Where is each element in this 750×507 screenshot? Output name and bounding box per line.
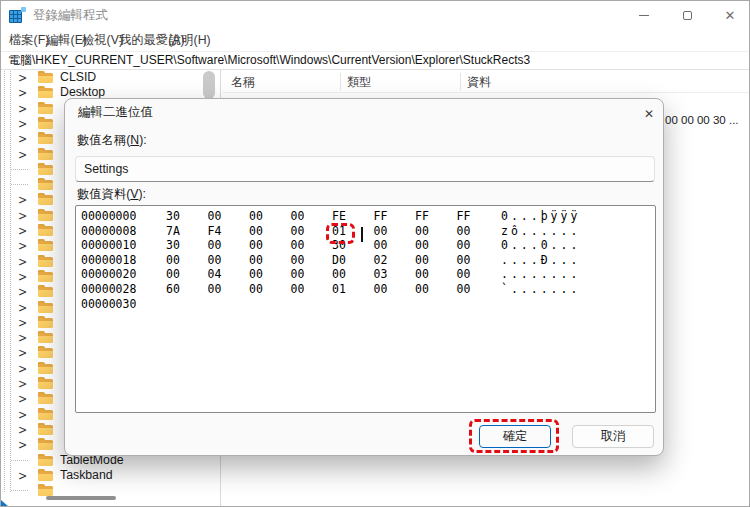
menu-bar: 檔案(F) 編輯(E) 檢視(V) 我的最愛(A) 說明(H) bbox=[1, 29, 750, 51]
folder-icon bbox=[38, 178, 53, 190]
column-header-data[interactable]: 資料 bbox=[467, 72, 491, 92]
minimize-icon bbox=[639, 15, 649, 16]
hex-offset: 00000010 bbox=[76, 238, 166, 253]
maximize-button[interactable] bbox=[673, 1, 701, 29]
tree-row[interactable]: >CLSID bbox=[1, 70, 219, 85]
folder-icon bbox=[38, 377, 53, 389]
chevron-right-icon[interactable]: > bbox=[18, 237, 27, 254]
folder-icon bbox=[38, 86, 53, 98]
minimize-button[interactable] bbox=[630, 1, 658, 29]
hex-byte: 00 bbox=[457, 267, 499, 282]
folder-icon bbox=[38, 224, 53, 236]
hex-byte: 00 bbox=[415, 282, 457, 297]
edit-binary-value-dialog: 編輯二進位值 ✕ 數值名稱(N): Settings 數值資料(V): 0000… bbox=[64, 98, 664, 456]
title-bar: 登錄編輯程式 ✕ bbox=[1, 1, 750, 29]
chevron-right-icon[interactable]: > bbox=[18, 283, 27, 300]
hex-byte: 04 bbox=[208, 267, 250, 282]
ok-button[interactable]: 確定 bbox=[479, 425, 551, 448]
folder-icon bbox=[38, 102, 53, 114]
folder-icon bbox=[38, 209, 53, 221]
hex-byte: F4 bbox=[208, 224, 250, 239]
address-bar[interactable]: 電腦\HKEY_CURRENT_USER\Software\Microsoft\… bbox=[1, 51, 750, 70]
folder-icon bbox=[38, 285, 53, 297]
hex-ascii: zô...... bbox=[501, 224, 580, 239]
chevron-right-icon[interactable]: > bbox=[18, 436, 27, 453]
hex-byte: 00 bbox=[291, 282, 333, 297]
hex-offset: 00000008 bbox=[76, 224, 166, 239]
close-icon: ✕ bbox=[644, 107, 654, 121]
hex-row: 000000200004000000030000........ bbox=[76, 267, 655, 282]
close-button[interactable]: ✕ bbox=[716, 1, 744, 29]
hex-byte: 00 bbox=[249, 267, 291, 282]
chevron-right-icon[interactable]: > bbox=[18, 390, 27, 407]
header-underline bbox=[223, 92, 750, 93]
folder-icon bbox=[38, 454, 53, 466]
hex-byte: 00 bbox=[249, 238, 291, 253]
dialog-title: 編輯二進位值 bbox=[78, 104, 153, 121]
hex-byte: 00 bbox=[291, 209, 333, 224]
folder-icon bbox=[38, 71, 53, 83]
hex-byte: 00 bbox=[208, 253, 250, 268]
value-name-label: 數值名稱(N): bbox=[77, 132, 147, 149]
hex-byte: FF bbox=[374, 209, 416, 224]
tree-row-label: CLSID bbox=[60, 70, 96, 85]
hex-byte: 03 bbox=[374, 267, 416, 282]
hex-offset: 00000020 bbox=[76, 267, 166, 282]
column-separator[interactable] bbox=[460, 73, 461, 90]
registry-icon bbox=[9, 7, 26, 24]
close-icon: ✕ bbox=[725, 8, 736, 23]
hex-editor[interactable]: 0000000030000000FEFFFFFF0...þÿÿÿ00000008… bbox=[75, 205, 656, 413]
value-data-fragment: 00 00 00 30 ... bbox=[665, 114, 739, 126]
hex-rows: 0000000030000000FEFFFFFF0...þÿÿÿ00000008… bbox=[76, 206, 655, 311]
chevron-right-icon[interactable]: > bbox=[18, 467, 27, 484]
column-separator[interactable] bbox=[340, 73, 341, 90]
hex-byte: 00 bbox=[457, 238, 499, 253]
value-data-label: 數值資料(V): bbox=[77, 186, 146, 203]
hex-byte: 30 bbox=[332, 238, 374, 253]
folder-icon bbox=[38, 193, 53, 205]
hex-byte: 00 bbox=[374, 238, 416, 253]
background-corner-accent bbox=[1, 500, 9, 507]
folder-icon bbox=[38, 438, 53, 450]
hex-byte: 60 bbox=[166, 282, 208, 297]
tree-vertical-scrollbar-thumb[interactable] bbox=[203, 71, 215, 99]
hex-byte: 00 bbox=[374, 282, 416, 297]
hex-byte: 30 bbox=[166, 209, 208, 224]
folder-icon bbox=[38, 484, 53, 496]
window-title: 登錄編輯程式 bbox=[33, 1, 108, 29]
hex-row: 000000286000000001000000`....... bbox=[76, 282, 655, 297]
cancel-button[interactable]: 取消 bbox=[572, 425, 654, 448]
folder-icon bbox=[38, 148, 53, 160]
hex-byte: 00 bbox=[457, 224, 499, 239]
dialog-close-button[interactable]: ✕ bbox=[636, 102, 662, 126]
tree-connector bbox=[11, 184, 28, 185]
folder-icon bbox=[38, 163, 53, 175]
hex-byte: 00 bbox=[166, 267, 208, 282]
hex-offset: 00000000 bbox=[76, 209, 166, 224]
hex-byte: 00 bbox=[374, 224, 416, 239]
folder-icon bbox=[38, 423, 53, 435]
hex-byte: 00 bbox=[415, 238, 457, 253]
hex-byte: 00 bbox=[291, 224, 333, 239]
hex-byte: 00 bbox=[415, 253, 457, 268]
tree-row[interactable]: >Taskband bbox=[1, 468, 219, 483]
folder-icon bbox=[38, 301, 53, 313]
chevron-right-icon[interactable]: > bbox=[18, 145, 27, 162]
hex-byte: 00 bbox=[291, 238, 333, 253]
tree-connector bbox=[11, 490, 28, 491]
chevron-right-icon[interactable]: > bbox=[18, 130, 27, 147]
hex-byte: 00 bbox=[415, 267, 457, 282]
hex-byte: 30 bbox=[166, 238, 208, 253]
value-name-field[interactable]: Settings bbox=[75, 156, 655, 182]
registry-path: 電腦\HKEY_CURRENT_USER\Software\Microsoft\… bbox=[8, 52, 530, 69]
column-header-name[interactable]: 名稱 bbox=[231, 72, 255, 92]
hex-row: 00000030 bbox=[76, 297, 655, 312]
chevron-right-icon[interactable]: > bbox=[18, 84, 27, 101]
folder-icon bbox=[38, 132, 53, 144]
hex-byte: 00 bbox=[166, 253, 208, 268]
menu-help[interactable]: 說明(H) bbox=[167, 29, 213, 51]
column-header-type[interactable]: 類型 bbox=[347, 72, 371, 92]
tree-horizontal-scrollbar-thumb[interactable] bbox=[46, 496, 116, 500]
hex-byte: 00 bbox=[291, 253, 333, 268]
hex-byte: 00 bbox=[415, 224, 457, 239]
